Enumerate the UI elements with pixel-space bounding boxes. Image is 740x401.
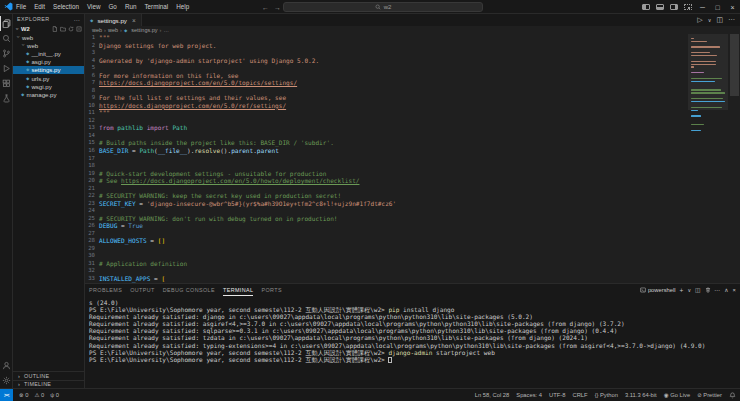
forward-arrow-icon[interactable]: →	[274, 4, 281, 11]
customize-layout-icon[interactable]	[684, 4, 692, 10]
refresh-icon[interactable]	[68, 26, 74, 32]
breadcrumb-item[interactable]: web	[92, 27, 102, 33]
toggle-secondary-sidebar-icon[interactable]	[670, 4, 678, 10]
python-file-icon: ◆	[21, 92, 24, 97]
menu-run[interactable]: Run	[125, 3, 137, 10]
breadcrumb-item[interactable]: web	[108, 27, 118, 33]
tree-item-wsgi-py[interactable]: ◆wsgi.py	[13, 82, 84, 90]
split-editor-icon[interactable]: ◫	[716, 16, 723, 24]
line-number: 19	[85, 170, 99, 178]
minimap-line	[691, 101, 725, 102]
python-file-icon: ◆	[26, 84, 29, 89]
tree-item-__init__-py[interactable]: ◆__init__.py	[13, 49, 84, 57]
back-arrow-icon[interactable]: ←	[262, 4, 269, 11]
title-bar: FileEditSelectionViewGoRunTerminalHelp ←…	[0, 0, 740, 14]
toggle-sidebar-icon[interactable]	[642, 4, 650, 10]
testing-icon[interactable]	[0, 91, 13, 106]
remote-indicator[interactable]: ><	[0, 389, 13, 401]
editor-more-actions-icon[interactable]: ⋯	[728, 16, 735, 24]
run-python-file-icon[interactable]: ▷	[697, 16, 702, 24]
maximize-button[interactable]: □	[710, 4, 725, 11]
language-mode[interactable]: {}Python	[595, 392, 618, 398]
eol[interactable]: CRLF	[572, 392, 587, 398]
collapse-all-icon[interactable]	[76, 26, 82, 32]
maximize-panel-icon[interactable]: ∧	[724, 287, 728, 293]
problems-errors[interactable]: ⊗0	[19, 392, 28, 398]
close-button[interactable]: ×	[725, 4, 740, 11]
panel-tab-problems[interactable]: PROBLEMS	[89, 284, 122, 296]
search-icon[interactable]	[0, 31, 13, 46]
run-debug-icon[interactable]	[0, 61, 13, 76]
panel-tab-terminal[interactable]: TERMINAL	[223, 284, 253, 296]
notifications-bell-icon[interactable]	[729, 392, 736, 399]
panel-more-actions-icon[interactable]: ⋯	[715, 287, 721, 293]
cursor-position[interactable]: Ln 58, Col 28	[475, 392, 509, 398]
tree-item-web[interactable]: ›web	[13, 33, 84, 41]
tree-item-asgi-py[interactable]: ◆asgi.py	[13, 58, 84, 66]
minimize-button[interactable]: ─	[695, 4, 710, 11]
menu-selection[interactable]: Selection	[53, 3, 79, 10]
extensions-icon[interactable]	[0, 76, 13, 91]
workspace-root-header[interactable]: › W2	[13, 24, 84, 33]
close-panel-icon[interactable]: ×	[733, 287, 736, 293]
close-tab-icon[interactable]: ×	[132, 17, 136, 24]
encoding[interactable]: UTF-8	[549, 392, 565, 398]
outline-label: OUTLINE	[24, 373, 49, 379]
editor-scrollbar[interactable]	[728, 34, 740, 283]
menu-view[interactable]: View	[87, 3, 101, 10]
menu-go[interactable]: Go	[108, 3, 116, 10]
minimap-line	[691, 41, 707, 42]
split-terminal-icon[interactable]: ◫	[695, 287, 700, 293]
outline-section[interactable]: › OUTLINE	[13, 371, 84, 380]
indentation[interactable]: Spaces: 4	[516, 392, 542, 398]
status-bar: >< ⊗0⚠0ψ0 Ln 58, Col 28Spaces: 4UTF-8CRL…	[0, 388, 740, 401]
breadcrumb[interactable]: web›web›◆settings.py›…	[85, 26, 740, 34]
code-line: 8	[85, 87, 688, 95]
line-number: 6	[85, 72, 99, 80]
prettier[interactable]: ⊘Prettier	[697, 392, 722, 398]
go-live[interactable]: ◉Go Live	[664, 392, 690, 398]
new-terminal-icon[interactable]: +	[680, 287, 684, 294]
minimap[interactable]	[688, 34, 728, 283]
toggle-panel-icon[interactable]	[656, 4, 664, 10]
kill-terminal-trash-icon[interactable]	[705, 287, 711, 293]
views-more-icon[interactable]: ⋯	[74, 16, 80, 23]
code-line: 13from pathlib import Path	[85, 124, 688, 132]
menu-file[interactable]: File	[16, 3, 26, 10]
breadcrumb-item[interactable]: …	[163, 27, 169, 33]
terminal-line: PS E:\File\University\Sophomore year, se…	[89, 356, 740, 363]
terminal-dropdown-icon[interactable]: ∨	[687, 287, 691, 293]
menu-terminal[interactable]: Terminal	[144, 3, 168, 10]
breadcrumb-item[interactable]: settings.py	[131, 27, 157, 33]
line-number: 2	[85, 42, 99, 50]
panel-tab-debug-console[interactable]: DEBUG CONSOLE	[163, 284, 215, 296]
python-interpreter[interactable]: 3.11.3 64-bit	[625, 392, 657, 398]
new-folder-icon[interactable]	[60, 26, 66, 32]
tree-item-urls-py[interactable]: ◆urls.py	[13, 74, 84, 82]
account-icon[interactable]	[0, 358, 13, 373]
code-line: 24	[85, 207, 688, 215]
scrollbar-thumb[interactable]	[730, 34, 739, 96]
code-editor[interactable]: 1"""2Django settings for web project.34G…	[85, 34, 688, 283]
minimap-line	[691, 124, 704, 125]
source-control-icon[interactable]	[0, 46, 13, 61]
terminal-shell-badge[interactable]: powershell	[640, 287, 676, 293]
tree-item-web[interactable]: ›web	[13, 41, 84, 49]
ports-indicator[interactable]: ψ0	[50, 392, 59, 398]
menu-help[interactable]: Help	[176, 3, 189, 10]
menu-edit[interactable]: Edit	[34, 3, 45, 10]
panel-tab-ports[interactable]: PORTS	[261, 284, 281, 296]
tab-settings-py[interactable]: ◆ settings.py ×	[85, 14, 142, 26]
panel-tab-output[interactable]: OUTPUT	[130, 284, 155, 296]
timeline-section[interactable]: › TIMELINE	[13, 380, 84, 389]
line-number: 10	[85, 102, 99, 110]
terminal[interactable]: s (24.0)PS E:\File\University\Sophomore …	[85, 296, 740, 388]
problems-warnings[interactable]: ⚠0	[34, 392, 44, 398]
settings-gear-icon[interactable]	[0, 373, 13, 388]
tree-item-manage-py[interactable]: ◆manage.py	[13, 90, 84, 98]
tree-item-settings-py[interactable]: ◆settings.py	[13, 66, 84, 74]
run-dropdown-icon[interactable]: ∨	[708, 17, 712, 23]
new-file-icon[interactable]	[52, 26, 58, 32]
command-center[interactable]: w2	[283, 2, 483, 12]
explorer-icon[interactable]	[0, 16, 13, 31]
